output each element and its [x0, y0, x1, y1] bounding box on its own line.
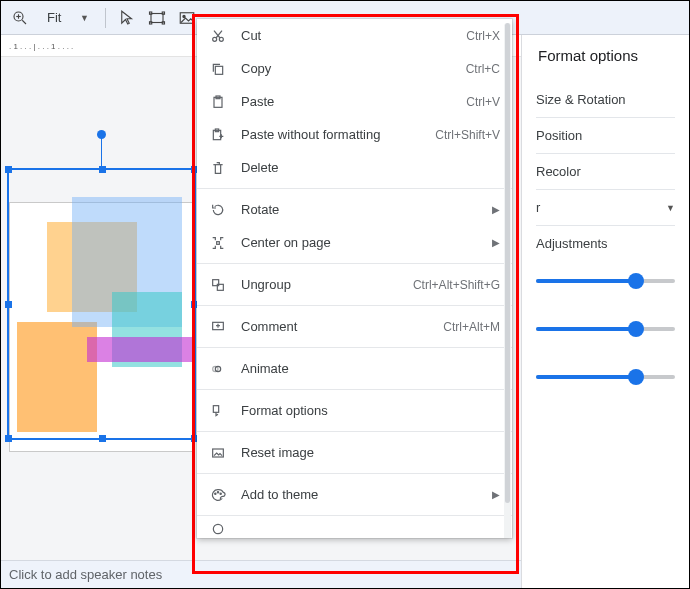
- animate-icon: [209, 361, 227, 377]
- menu-item-animate[interactable]: Animate: [197, 352, 512, 385]
- context-menu: Cut Ctrl+X Copy Ctrl+C Paste Ctrl+V Past…: [197, 19, 512, 538]
- svg-rect-28: [213, 405, 218, 412]
- resize-handle[interactable]: [5, 301, 12, 308]
- menu-item-format-options[interactable]: Format options: [197, 394, 512, 427]
- resize-handle[interactable]: [99, 435, 106, 442]
- menu-item-comment[interactable]: Comment Ctrl+Alt+M: [197, 310, 512, 343]
- cut-icon: [209, 28, 227, 44]
- select-tool[interactable]: [114, 5, 140, 31]
- adjustment-slider[interactable]: [536, 279, 675, 283]
- menu-item-reset-image[interactable]: Reset image: [197, 436, 512, 469]
- speaker-notes-input[interactable]: Click to add speaker notes: [1, 560, 521, 588]
- section-recolor[interactable]: Recolor: [536, 153, 675, 189]
- section-adjustments[interactable]: Adjustments: [536, 225, 675, 261]
- context-menu-scrollbar[interactable]: [504, 23, 511, 538]
- dropdown-caret-icon: ▼: [80, 13, 89, 23]
- dropdown-caret-icon: ▼: [666, 203, 675, 213]
- submenu-arrow-icon: ▶: [492, 489, 500, 500]
- menu-item-ungroup[interactable]: Ungroup Ctrl+Alt+Shift+G: [197, 268, 512, 301]
- menu-item-rotate[interactable]: Rotate ▶: [197, 193, 512, 226]
- copy-icon: [209, 61, 227, 77]
- menu-item-add-to-theme[interactable]: Add to theme ▶: [197, 478, 512, 511]
- panel-title: Format options: [538, 47, 675, 64]
- unknown-icon: [209, 521, 227, 537]
- center-icon: [209, 235, 227, 251]
- format-options-panel: Format options Size & Rotation Position …: [521, 35, 689, 588]
- svg-point-10: [183, 15, 185, 17]
- menu-item-center-on-page[interactable]: Center on page ▶: [197, 226, 512, 259]
- menu-item-delete[interactable]: Delete: [197, 151, 512, 184]
- adjustment-slider[interactable]: [536, 327, 675, 331]
- svg-rect-4: [151, 13, 163, 22]
- ungroup-icon: [209, 277, 227, 293]
- rotate-handle[interactable]: [97, 130, 106, 139]
- reset-image-icon: [209, 445, 227, 461]
- submenu-arrow-icon: ▶: [492, 204, 500, 215]
- svg-point-32: [220, 493, 221, 494]
- menu-item-cut[interactable]: Cut Ctrl+X: [197, 19, 512, 52]
- adjustment-slider[interactable]: [536, 375, 675, 379]
- trash-icon: [209, 160, 227, 176]
- svg-point-31: [217, 491, 218, 492]
- section-dropdown[interactable]: r ▼: [536, 189, 675, 225]
- selection-bounding-box[interactable]: [9, 170, 194, 438]
- palette-icon: [209, 487, 227, 503]
- menu-item-truncated[interactable]: [197, 520, 512, 538]
- resize-handle[interactable]: [99, 166, 106, 173]
- section-position[interactable]: Position: [536, 117, 675, 153]
- menu-item-paste[interactable]: Paste Ctrl+V: [197, 85, 512, 118]
- resize-handle[interactable]: [5, 166, 12, 173]
- menu-item-copy[interactable]: Copy Ctrl+C: [197, 52, 512, 85]
- textbox-tool[interactable]: [144, 5, 170, 31]
- paste-icon: [209, 94, 227, 110]
- zoom-value: Fit: [47, 10, 61, 25]
- menu-item-paste-without-formatting[interactable]: Paste without formatting Ctrl+Shift+V: [197, 118, 512, 151]
- svg-rect-20: [217, 241, 220, 244]
- paste-plain-icon: [209, 127, 227, 143]
- rotate-icon: [209, 202, 227, 218]
- submenu-arrow-icon: ▶: [492, 237, 500, 248]
- svg-rect-15: [215, 66, 222, 74]
- format-options-icon: [209, 403, 227, 419]
- comment-icon: [209, 319, 227, 335]
- svg-line-1: [22, 20, 26, 24]
- section-size-rotation[interactable]: Size & Rotation: [536, 82, 675, 117]
- zoom-icon[interactable]: [7, 5, 33, 31]
- zoom-level-select[interactable]: Fit ▼: [37, 5, 97, 31]
- svg-point-30: [215, 493, 216, 494]
- resize-handle[interactable]: [5, 435, 12, 442]
- svg-point-33: [213, 524, 222, 533]
